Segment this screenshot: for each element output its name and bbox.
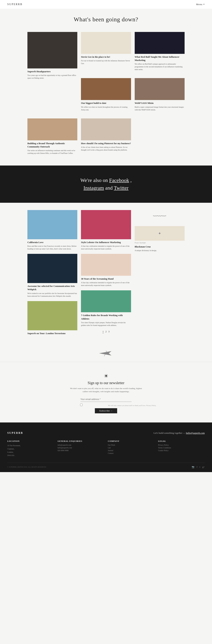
post-image-build [81, 78, 131, 100]
post-card-california[interactable]: California Love Ross and Ben went to San… [28, 210, 77, 250]
post-title-awesome: Awesome Inc selected for Communication A… [28, 284, 77, 291]
footer-link-terms[interactable]: Terms Conditions [158, 447, 205, 449]
nav-menu-button[interactable]: Menu ≡ [196, 3, 205, 6]
newsletter-description: We don't want to piss you off, what we d… [69, 387, 143, 393]
blog-col-2: Style Lobster On Influencer Marketing A … [81, 210, 131, 337]
project-label: Project Spotlight [135, 242, 184, 244]
post-card-screaminghand[interactable]: 30 Years of the Screaming Hand A four da… [81, 254, 131, 287]
page-2[interactable]: 2 [105, 330, 107, 333]
post-excerpt-redbull: We reflect on Red Bull's unique approach… [135, 62, 184, 71]
facebook-link[interactable]: Facebook [109, 178, 129, 183]
twitter-icon[interactable]: t [199, 466, 200, 468]
privacy-checkbox-label: We will only contact you about stuff we … [56, 404, 156, 406]
sun-decoration: ☀ [4, 371, 208, 381]
plane-decoration [0, 346, 212, 362]
footer-col-legal: Legal Privacy Policy Terms Conditions Co… [158, 440, 205, 457]
post-title-goldenrules: 7 Golden Rules for Brands Working with A… [81, 314, 131, 320]
footer-link-contact[interactable]: Contact [108, 452, 154, 454]
post-image-blackman: ✦ [135, 226, 184, 241]
footer-col-company-heading: Company [108, 440, 154, 442]
post-card-goldenrules[interactable]: 7 Golden Rules for Brands Working with A… [81, 290, 131, 326]
pagination: 1 2 3 [81, 330, 131, 333]
twitter-link[interactable]: Twitter [114, 185, 128, 191]
footer-cta: Let's build something together — hello@s… [153, 432, 205, 434]
footer-copyright: © SUPERRB LIMITED 2016. ALL RIGHTS RESER… [7, 466, 47, 468]
footer-email-hello[interactable]: hello@superrb.com [58, 447, 104, 449]
footer-phone[interactable]: 020 0000 0000 [58, 450, 104, 452]
navigation: SUPERRB Menu ≡ [0, 0, 212, 9]
post-card-community[interactable]: Building a Brand Through Authentic Commu… [28, 118, 77, 154]
facebook-icon[interactable]: f [197, 466, 197, 468]
post-excerpt-awesome: We're stoked to see our portfolio site f… [28, 292, 77, 298]
post-excerpt-stevie: For our re-brand we teamed up with the i… [81, 59, 131, 65]
post-card-pinterest[interactable]: How should I be using Pinterest for my b… [81, 118, 131, 151]
footer-email[interactable]: hello@superrb.com [186, 432, 205, 434]
page-1[interactable]: 1 [103, 330, 104, 333]
privacy-checkbox[interactable] [56, 404, 107, 406]
post-card-hq[interactable]: Superrb Headquarters Two years ago we ha… [28, 32, 77, 80]
post-title-screaminghand: 30 Years of the Screaming Hand [81, 277, 131, 280]
post-excerpt-goldenrules: Two time Olympic triple jumper, Nathan D… [81, 321, 131, 327]
post-card-awesome[interactable]: Awesome Inc selected for Communication A… [28, 254, 77, 297]
footer-col-enquiries-heading: General Enquiries [58, 440, 104, 442]
post-card-webp[interactable]: WebP SASS Mixin Build a super compressed… [135, 78, 184, 111]
social-heading: We're also on Facebook , Instagram and T… [4, 176, 208, 192]
post-image-community [28, 118, 77, 140]
footer-link-cookies[interactable]: Cookie Policy [158, 450, 205, 452]
blog-col-3: 〰〰〰 ✦ Project Spotlight Blackman Cruz A … [135, 210, 184, 256]
post-title-redbull: What Red Bull Taught Me About Influencer… [135, 55, 184, 62]
post-image-goldenrules [81, 290, 131, 312]
post-excerpt-webp: Build a super compressed image format in… [135, 106, 184, 111]
footer-col-legal-heading: Legal [158, 440, 205, 442]
post-title-pinterest: How should I be using Pinterest for my b… [81, 142, 131, 145]
hero-heading: What's been going down? [4, 16, 208, 23]
footer-link-work[interactable]: Our Work [108, 444, 154, 446]
blog-col-1: California Love Ross and Ben went to San… [28, 210, 77, 339]
post-title-hq: Superrb Headquarters [28, 70, 77, 73]
social-section: We're also on Facebook , Instagram and T… [0, 166, 212, 203]
footer-link-privacy[interactable]: Privacy Policy [158, 444, 205, 446]
newsletter-heading: Sign up to our newsletter [4, 381, 208, 385]
footer-col-company: Company Our Work Lab Journal Contact [108, 440, 154, 457]
post-card-build[interactable]: Our biggest build to date We reflect on … [81, 78, 131, 111]
post-excerpt-stylelobster: A four day celebration intended to reign… [81, 245, 131, 250]
squiggle-decoration: 〰〰〰 [135, 210, 184, 222]
post-excerpt-hq: Two years ago we had the opportunity to … [28, 74, 77, 80]
post-title-blackman: Blackman Cruz [135, 245, 184, 248]
footer-email-info[interactable]: info@superrb.com [58, 444, 104, 446]
blog-section-2: California Love Ross and Ben went to San… [24, 203, 188, 346]
post-image-pinterest [81, 118, 131, 140]
footer-col-enquiries: General Enquiries info@superrb.com hello… [58, 440, 104, 457]
page-3[interactable]: 3 [108, 330, 109, 333]
post-title-california: California Love [28, 241, 77, 244]
post-title-webp: WebP SASS Mixin [135, 102, 184, 105]
privacy-text: We will only contact you about stuff we … [108, 404, 156, 406]
footer-col-location-heading: Location [7, 440, 54, 442]
post-image-awesome [28, 254, 77, 283]
post-card-stevie[interactable]: Stevie Gee in the place to be! For our r… [81, 32, 131, 65]
post-card-london[interactable]: Superrb on Tour: London Terrorisms [28, 301, 77, 335]
email-input[interactable] [80, 397, 132, 402]
footer-link-lab[interactable]: Lab [108, 447, 154, 449]
post-image-stylelobster [81, 210, 131, 239]
instagram-icon[interactable]: 📷 [192, 466, 194, 468]
footer-logo: SUPERRB [7, 432, 23, 434]
post-image-california [28, 210, 77, 239]
post-title-community: Building a Brand Through Authentic Commu… [28, 142, 77, 148]
footer-bottom: © SUPERRB LIMITED 2016. ALL RIGHTS RESER… [7, 462, 205, 468]
post-excerpt-screaminghand: A four day celebration intended to reign… [81, 281, 131, 287]
post-title-build: Our biggest build to date [81, 102, 131, 105]
post-card-stylelobster[interactable]: Style Lobster On Influencer Marketing A … [81, 210, 131, 250]
post-excerpt-build: We reflect on what we learnt throughout … [81, 106, 131, 111]
footer-col-location: Location 19 The Pavement,Clapham,London,… [7, 440, 54, 457]
footer-link-journal[interactable]: Journal [108, 450, 154, 452]
instagram-link[interactable]: Instagram [84, 185, 104, 191]
post-image-hq [28, 32, 77, 68]
post-title-stevie: Stevie Gee in the place to be! [81, 55, 131, 58]
post-card-redbull[interactable]: What Red Bull Taught Me About Influencer… [135, 32, 184, 71]
post-card-blackman[interactable]: ✦ Project Spotlight Blackman Cruz A uniq… [135, 226, 184, 252]
nav-logo[interactable]: SUPERRB [7, 3, 23, 6]
subscribe-button[interactable]: Subscribe → [95, 408, 117, 413]
post-title-stylelobster: Style Lobster On Influencer Marketing [81, 241, 131, 244]
googleplus-icon[interactable]: g+ [202, 466, 205, 468]
